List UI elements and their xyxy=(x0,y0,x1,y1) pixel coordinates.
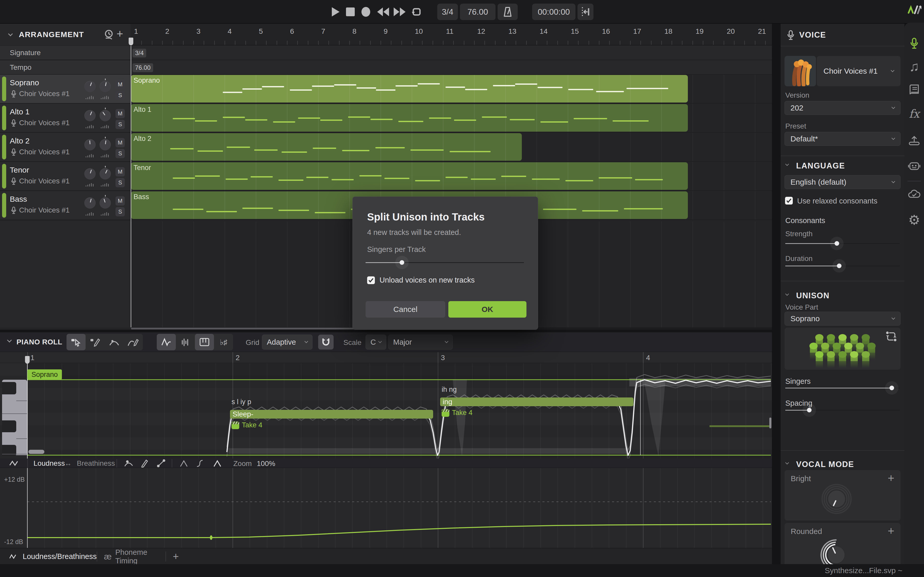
peak-shape-icon[interactable] xyxy=(179,460,188,467)
volume-knob[interactable] xyxy=(84,139,96,150)
reshuffle-singers-icon[interactable] xyxy=(885,331,897,342)
tempo-row[interactable]: Tempo xyxy=(0,61,131,75)
piano-roll-content[interactable]: s l iy pSleep-Take 4ih ngingTake 4 xyxy=(0,363,772,459)
ok-button[interactable]: OK xyxy=(448,301,527,318)
collapse-unison-icon[interactable] xyxy=(785,292,789,296)
track-header-bass[interactable]: Bass Choir Voices #1MS xyxy=(0,191,131,220)
swap-params-icon[interactable]: ↔ xyxy=(65,459,72,467)
relaxed-consonants-checkbox[interactable] xyxy=(785,197,793,205)
slider-thumb[interactable] xyxy=(832,259,846,272)
black-key[interactable] xyxy=(2,382,16,394)
solo-button[interactable]: S xyxy=(115,178,125,187)
add-param-tab-button[interactable]: + xyxy=(165,548,186,565)
spacing-slider[interactable] xyxy=(785,405,900,416)
note-ing[interactable]: ing xyxy=(440,398,633,406)
slider-thumb[interactable] xyxy=(395,256,409,269)
mute-button[interactable]: M xyxy=(115,167,125,176)
pencil-icon[interactable] xyxy=(141,459,149,467)
pan-knob[interactable] xyxy=(100,197,111,209)
ai-assistant-tab-icon[interactable] xyxy=(908,161,921,171)
arrangement-clip-alto-1[interactable]: Alto 1 xyxy=(131,104,688,132)
loop-button[interactable] xyxy=(410,5,423,19)
solo-button[interactable]: S xyxy=(115,91,125,100)
track-header-soprano[interactable]: Soprano Choir Voices #1MS xyxy=(0,75,131,103)
collapse-piano-roll-icon[interactable] xyxy=(7,338,11,342)
pencil-tool-button[interactable] xyxy=(86,334,105,350)
clip-lane[interactable]: Alto 1 xyxy=(131,104,772,133)
pan-knob[interactable] xyxy=(100,139,111,150)
collapse-vocal-mode-icon[interactable] xyxy=(785,461,789,464)
pitch-view-button[interactable] xyxy=(157,334,176,350)
duration-slider[interactable] xyxy=(785,260,900,271)
slider-thumb[interactable] xyxy=(830,237,843,250)
return-to-start-button[interactable] xyxy=(577,3,593,20)
solo-button[interactable]: S xyxy=(115,120,125,129)
export-tab-icon[interactable] xyxy=(908,135,920,146)
wave-icon[interactable] xyxy=(9,460,19,467)
volume-knob[interactable] xyxy=(84,168,96,179)
arrangement-clip-soprano[interactable]: Soprano xyxy=(131,75,688,103)
time-signature-display[interactable]: 3/4 xyxy=(437,3,458,20)
arrangement-clip-alto-2[interactable]: Alto 2 xyxy=(131,133,522,161)
scale-root-select[interactable]: C xyxy=(365,335,386,350)
collapse-language-icon[interactable] xyxy=(785,162,789,166)
tempo-lane[interactable]: 76.00 xyxy=(131,61,772,75)
pan-knob[interactable] xyxy=(100,110,111,121)
fast-forward-button[interactable] xyxy=(393,5,406,19)
piano-roll-playhead-marker[interactable] xyxy=(25,356,30,364)
curve-draw-icon[interactable] xyxy=(124,459,135,467)
track-header-alto-2[interactable]: Alto 2 Choir Voices #1MS xyxy=(0,133,131,162)
tempo-value-chip[interactable]: 76.00 xyxy=(132,63,153,72)
effects-tab-icon[interactable]: fx xyxy=(909,107,919,120)
parameter-area[interactable]: +12 dB -12 dB xyxy=(0,468,772,548)
black-key[interactable] xyxy=(2,421,16,432)
clip-lane[interactable]: Alto 2 xyxy=(131,133,772,162)
snap-magnet-button[interactable] xyxy=(318,335,334,350)
volume-knob[interactable] xyxy=(84,81,96,92)
note-sleep[interactable]: Sleep- xyxy=(230,410,433,419)
arrangement-clip-tenor[interactable]: Tenor xyxy=(131,162,688,190)
piano-keys-toggle-button[interactable] xyxy=(195,334,214,350)
voice-part-select[interactable]: Soprano xyxy=(785,312,901,326)
pan-knob[interactable] xyxy=(100,81,111,92)
piano-roll-ruler[interactable]: 1234 xyxy=(0,352,772,363)
piano-roll-vscrollbar-thumb[interactable] xyxy=(769,417,771,429)
scurve-shape-icon[interactable] xyxy=(196,460,204,467)
voice-select[interactable]: Choir Voices #1 xyxy=(817,56,901,86)
phoneme-text[interactable]: s l iy p xyxy=(231,398,251,406)
unload-voices-checkbox[interactable] xyxy=(367,276,375,284)
solo-button[interactable]: S xyxy=(115,207,125,216)
curve-control-point[interactable] xyxy=(210,535,212,540)
tempo-display[interactable]: 76.00 xyxy=(460,3,496,20)
time-position-display[interactable]: 00:00:00 xyxy=(532,3,575,20)
rounded-knob[interactable] xyxy=(827,546,845,564)
strength-slider[interactable] xyxy=(785,238,900,249)
parameters-view-button[interactable] xyxy=(176,334,195,350)
rounded-add-button[interactable]: + xyxy=(888,524,894,537)
black-key[interactable] xyxy=(2,445,16,456)
language-select[interactable]: English (default) xyxy=(785,175,901,189)
singers-slider[interactable] xyxy=(785,382,900,393)
pan-knob[interactable] xyxy=(100,168,111,179)
volume-knob[interactable] xyxy=(84,197,96,209)
param-mode-breathiness[interactable]: Breathiness xyxy=(77,459,115,467)
solo-button[interactable]: S xyxy=(115,149,125,158)
curve-tool-button[interactable] xyxy=(105,334,124,350)
singers-per-track-slider[interactable] xyxy=(365,257,524,268)
mute-button[interactable]: M xyxy=(115,80,125,89)
dictionary-tab-icon[interactable] xyxy=(908,84,920,95)
clip-lane[interactable]: Tenor xyxy=(131,162,772,191)
mute-button[interactable]: M xyxy=(115,138,125,147)
track-header-alto-1[interactable]: Alto 1 Choir Voices #1MS xyxy=(0,104,131,133)
tab-phoneme-timing[interactable]: æ Phoneme Timing xyxy=(97,548,165,565)
select-tool-button[interactable] xyxy=(66,334,86,350)
phoneme-text[interactable]: ih ng xyxy=(442,385,457,393)
rewind-button[interactable] xyxy=(376,5,390,19)
notes-tab-icon[interactable]: ♫ xyxy=(909,59,919,74)
clip-lane[interactable]: Soprano xyxy=(131,75,772,103)
signature-row[interactable]: Signature xyxy=(0,46,131,60)
settings-gear-icon[interactable]: ⚙ xyxy=(908,212,921,228)
quantize-clock-icon[interactable] xyxy=(103,29,114,41)
volume-knob[interactable] xyxy=(84,110,96,121)
track-header-tenor[interactable]: Tenor Choir Voices #1MS xyxy=(0,162,131,191)
